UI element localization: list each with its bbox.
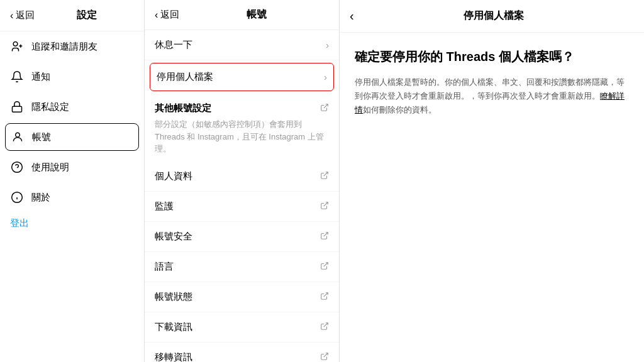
deactivate-label: 停用個人檔案: [157, 71, 324, 83]
download-label: 下載資訊: [155, 321, 320, 333]
left-back-label: 返回: [16, 9, 35, 21]
middle-panel: ‹ 返回 帳號 休息一下 › 停用個人檔案 › 其他帳號設定 部分設定（如敏感內…: [145, 0, 340, 362]
right-panel: ‹ 停用個人檔案 確定要停用你的 Threads 個人檔案嗎？ 停用個人檔案是暫…: [340, 0, 644, 362]
middle-back-button[interactable]: ‹ 返回: [155, 9, 179, 21]
security-ext-icon: [320, 231, 329, 242]
list-item-download[interactable]: 下載資訊: [145, 312, 339, 343]
middle-back-label: 返回: [160, 9, 179, 21]
language-ext-icon: [320, 261, 329, 272]
sidebar-item-privacy[interactable]: 隱私設定: [0, 92, 144, 122]
help-icon: [10, 160, 24, 174]
right-panel-header: ‹ 停用個人檔案: [340, 0, 644, 33]
notifications-label: 通知: [31, 71, 134, 83]
sidebar-item-notifications[interactable]: 通知: [0, 62, 144, 92]
other-settings-desc: 部分設定（如敏感內容控制項）會套用到 Threads 和 Instagram，且…: [145, 117, 339, 162]
confirm-title: 確定要停用你的 Threads 個人檔案嗎？: [355, 48, 629, 65]
sidebar-item-account[interactable]: 帳號: [5, 123, 139, 151]
svg-line-13: [324, 232, 328, 236]
svg-line-12: [324, 202, 328, 206]
supervision-ext-icon: [320, 201, 329, 212]
list-item-deactivate[interactable]: 停用個人檔案 ›: [150, 63, 334, 91]
svg-line-16: [324, 322, 328, 326]
confirm-desc-suffix: ，等到你再次登入時才會重新啟用。: [469, 91, 600, 101]
left-back-icon: ‹: [10, 10, 13, 21]
transfer-label: 移轉資訊: [155, 351, 320, 363]
sidebar-item-about[interactable]: 關於: [0, 182, 144, 212]
svg-line-17: [324, 353, 328, 356]
other-settings-label: 其他帳號設定: [155, 102, 211, 114]
svg-point-5: [12, 162, 23, 173]
svg-point-0: [13, 42, 18, 47]
list-item-supervision[interactable]: 監護: [145, 192, 339, 222]
middle-back-icon: ‹: [155, 9, 158, 21]
follow-icon: [10, 40, 24, 53]
svg-line-14: [324, 262, 328, 266]
list-item-transfer[interactable]: 移轉資訊: [145, 343, 339, 363]
account-label: 帳號: [32, 131, 133, 143]
language-label: 語言: [155, 261, 320, 273]
follow-label: 追蹤和邀請朋友: [31, 41, 134, 53]
list-item-security[interactable]: 帳號安全: [145, 222, 339, 252]
download-ext-icon: [320, 322, 329, 332]
svg-line-15: [324, 292, 328, 296]
rest-label: 休息一下: [155, 39, 326, 51]
confirm-description: 停用個人檔案是暫時的。你的個人檔案、串文、回覆和按讚數都將隱藏，等到你再次登入時…: [355, 75, 629, 117]
svg-rect-3: [13, 106, 22, 112]
privacy-label: 隱私設定: [31, 101, 134, 113]
supervision-label: 監護: [155, 200, 320, 212]
security-label: 帳號安全: [155, 231, 320, 243]
middle-panel-header: ‹ 返回 帳號: [145, 0, 339, 30]
list-item-rest[interactable]: 休息一下 ›: [145, 30, 339, 60]
deactivate-chevron-icon: ›: [324, 72, 327, 82]
list-item-language[interactable]: 語言: [145, 252, 339, 282]
link-suffix: 如何刪除你的資料。: [363, 105, 436, 114]
middle-panel-title: 帳號: [184, 8, 329, 21]
logout-button[interactable]: 登出: [0, 209, 39, 236]
lock-icon: [10, 100, 24, 114]
status-ext-icon: [320, 292, 329, 302]
right-panel-title: 停用個人檔案: [354, 9, 634, 23]
transfer-ext-icon: [320, 352, 329, 363]
help-label: 使用說明: [31, 162, 134, 173]
other-settings-ext-icon: [320, 103, 329, 114]
list-item-profile[interactable]: 個人資料: [145, 162, 339, 192]
sidebar-item-help[interactable]: 使用說明: [0, 152, 144, 182]
left-panel: ‹ 返回 設定 追蹤和邀請朋友 通知 隱私設定: [0, 0, 145, 362]
list-item-status[interactable]: 帳號狀態: [145, 282, 339, 312]
left-back-button[interactable]: ‹ 返回: [10, 9, 35, 21]
status-label: 帳號狀態: [155, 291, 320, 303]
left-panel-header: ‹ 返回 設定: [0, 0, 144, 31]
other-settings-header: 其他帳號設定: [145, 94, 339, 117]
info-icon: [10, 190, 24, 204]
right-panel-content: 確定要停用你的 Threads 個人檔案嗎？ 停用個人檔案是暫時的。你的個人檔案…: [340, 33, 644, 132]
svg-point-4: [16, 133, 20, 137]
svg-line-10: [324, 104, 328, 108]
svg-line-11: [324, 172, 328, 175]
about-label: 關於: [31, 192, 134, 204]
sidebar-item-follow[interactable]: 追蹤和邀請朋友: [0, 31, 144, 62]
bell-icon: [10, 70, 24, 84]
profile-label: 個人資料: [155, 170, 320, 182]
account-icon: [11, 130, 25, 144]
left-panel-title: 設定: [40, 9, 134, 22]
right-back-button[interactable]: ‹: [350, 9, 354, 23]
profile-ext-icon: [320, 171, 329, 182]
chevron-right-icon: ›: [326, 40, 329, 50]
